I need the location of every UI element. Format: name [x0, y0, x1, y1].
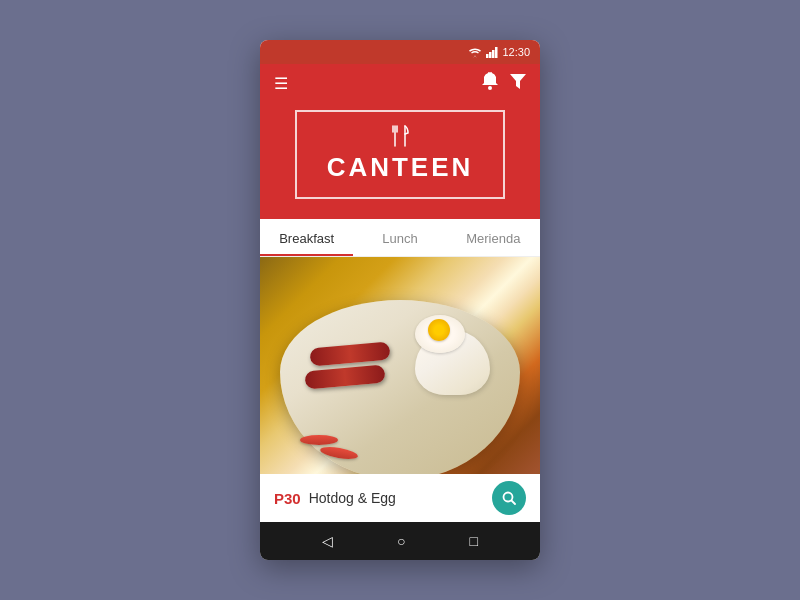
notification-icon[interactable] [482, 72, 498, 94]
recents-nav-icon[interactable]: □ [470, 533, 478, 549]
svg-rect-0 [486, 54, 489, 58]
plate [280, 300, 520, 480]
wifi-icon [468, 47, 482, 58]
food-card: P30 Hotdog & Egg [260, 257, 540, 522]
food-info-bar: P30 Hotdog & Egg [260, 474, 540, 522]
logo-title: CANTEEN [327, 152, 474, 183]
home-nav-icon[interactable]: ○ [397, 533, 405, 549]
signal-icon [486, 47, 498, 58]
svg-rect-2 [492, 50, 495, 58]
svg-point-4 [488, 86, 492, 90]
egg-yolk [428, 319, 450, 341]
app-header: ☰ [260, 64, 540, 94]
svg-rect-3 [495, 47, 498, 58]
search-button[interactable] [492, 481, 526, 515]
logo-box: CANTEEN [295, 110, 506, 199]
svg-line-10 [512, 501, 516, 505]
sausage-1 [309, 341, 390, 366]
tab-lunch[interactable]: Lunch [353, 219, 446, 256]
menu-icon[interactable]: ☰ [274, 74, 288, 93]
logo-section: CANTEEN [260, 94, 540, 219]
status-bar: 12:30 [260, 40, 540, 64]
tomato-1 [300, 435, 338, 445]
nav-bar: ◁ ○ □ [260, 522, 540, 560]
sausage-2 [304, 364, 385, 389]
phone-container: 12:30 ☰ [260, 40, 540, 560]
tomato-2 [319, 444, 358, 460]
cutlery-icon [386, 124, 414, 148]
filter-icon[interactable] [510, 74, 526, 93]
status-icons: 12:30 [468, 46, 530, 58]
tab-breakfast[interactable]: Breakfast [260, 219, 353, 256]
header-actions [482, 72, 526, 94]
food-name: Hotdog & Egg [309, 490, 492, 506]
food-price: P30 [274, 490, 301, 507]
back-nav-icon[interactable]: ◁ [322, 533, 333, 549]
status-time: 12:30 [502, 46, 530, 58]
tabs-container: Breakfast Lunch Merienda [260, 219, 540, 257]
tab-merienda[interactable]: Merienda [447, 219, 540, 256]
svg-rect-1 [489, 52, 492, 58]
